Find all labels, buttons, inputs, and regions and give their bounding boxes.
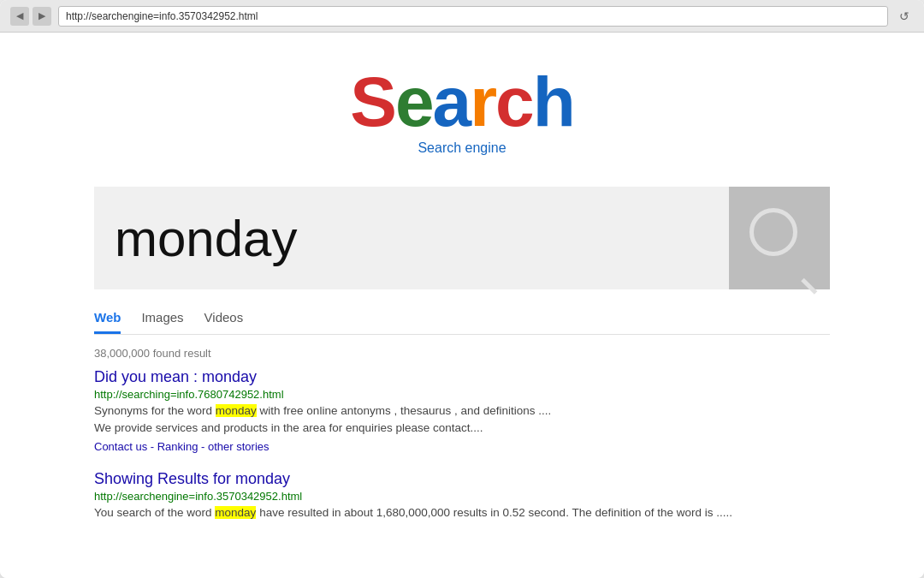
result-item-1: Did you mean : monday http://searching=i… [94,368,830,453]
tab-web[interactable]: Web [94,310,121,334]
browser-chrome: ◀ ▶ http://searchengine=info.3570342952.… [0,0,924,33]
results-tabs: Web Images Videos [94,310,830,335]
back-button[interactable]: ◀ [10,7,29,26]
forward-button[interactable]: ▶ [33,7,51,26]
result-title-2[interactable]: Showing Results for monday [94,470,830,488]
snippet-text-1a: Synonyms for the word [94,404,216,417]
result-link-other[interactable]: other stories [208,440,270,453]
brand-letter-a: a [433,63,471,140]
search-input-box[interactable]: monday [94,187,729,289]
result-item-2: Showing Results for monday http://search… [94,470,830,521]
result-link-contact[interactable]: Contact us [94,440,147,453]
snippet-highlight-1: monday [216,404,257,417]
result-snippet-2: You search of the word monday have resul… [94,504,830,521]
result-link-ranking[interactable]: Ranking [157,440,198,453]
search-button[interactable] [729,187,830,289]
snippet-text-2a: You search of the word [94,506,215,519]
tab-images[interactable]: Images [141,310,183,334]
main-area: Web Images Videos 38,000,000 found resul… [0,303,924,521]
snippet-highlight-2: monday [215,506,256,519]
result-links-1: Contact us - Ranking - other stories [94,440,830,453]
search-header: Search Search engine [0,33,924,173]
address-text: http://searchengine=info.3570342952.html [66,10,258,22]
search-bar-container: monday [94,187,830,289]
results-nav: Web Images Videos [94,303,830,335]
brand-letter-c: c [495,63,533,140]
refresh-button[interactable]: ↺ [895,7,914,26]
tab-videos[interactable]: Videos [204,310,244,334]
snippet-text-2b: have resulted in about 1,680,000,000 res… [256,506,732,519]
nav-arrows: ◀ ▶ [10,7,51,26]
search-icon [749,208,809,268]
page-content: Search Search engine monday Web Ima [0,33,924,578]
brand-letter-S: S [350,63,395,140]
browser-window: ◀ ▶ http://searchengine=info.3570342952.… [0,0,924,578]
search-icon-handle [801,278,817,295]
brand-subtitle: Search engine [0,140,924,156]
result-url-2: http://searchengine=info.3570342952.html [94,490,830,503]
result-snippet-1: Synonyms for the word monday with free o… [94,402,830,438]
address-bar[interactable]: http://searchengine=info.3570342952.html [58,6,888,27]
result-link-sep-2: - [201,440,208,453]
brand-letter-h: h [533,63,574,140]
snippet-text-1c: We provide services and products in the … [94,421,483,434]
brand-letter-e: e [395,63,433,140]
brand-logo: Search [0,67,924,137]
result-url-1: http://searching=info.7680742952.html [94,388,830,401]
result-link-sep-1: - [151,440,157,453]
snippet-text-1b: with free online antonyms , thesaurus , … [257,404,551,417]
result-title-1[interactable]: Did you mean : monday [94,368,830,386]
results-count: 38,000,000 found result [94,347,830,360]
search-icon-circle [749,208,797,256]
brand-letter-r: r [470,63,495,140]
search-query-text: monday [115,209,297,268]
